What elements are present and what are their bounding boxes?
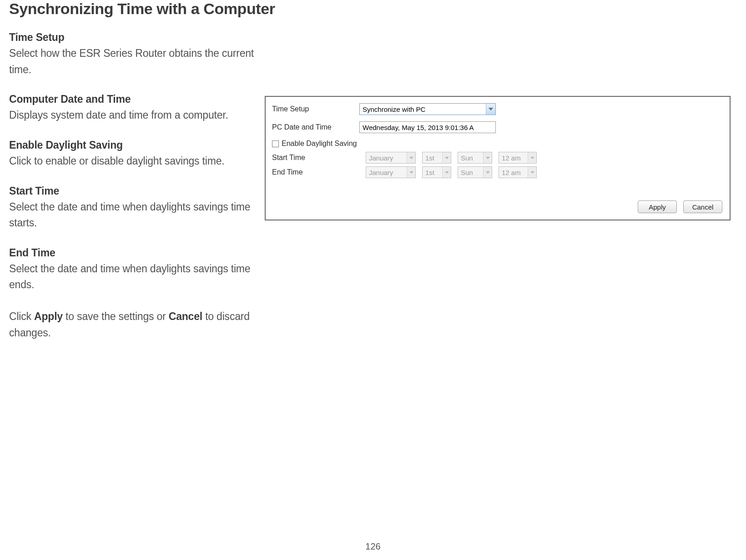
end-month-select[interactable]: January (366, 166, 416, 178)
chevron-down-icon (486, 104, 495, 115)
description-column: Time Setup Select how the ESR Series Rou… (9, 31, 264, 341)
label-start-time: Start Time (272, 154, 359, 162)
start-hour-select[interactable]: 12 am (499, 152, 537, 164)
settings-panel: Time Setup Synchronize with PC PC Date a… (265, 96, 731, 220)
row-end-time: End Time January 1st Sun 12 am (266, 165, 730, 180)
start-month-select[interactable]: January (366, 152, 416, 164)
footer-pre: Click (9, 310, 34, 322)
text-enable-ds: Click to enable or disable daylight savi… (9, 153, 264, 170)
heading-computer-date: Computer Date and Time (9, 93, 264, 105)
end-hour-value: 12 am (499, 169, 524, 176)
row-time-setup: Time Setup Synchronize with PC (266, 101, 730, 117)
cancel-button[interactable]: Cancel (683, 200, 722, 213)
row-enable-ds: Enable Daylight Saving (266, 135, 730, 150)
end-hour-select[interactable]: 12 am (499, 166, 537, 178)
start-day-value: Sun (458, 154, 476, 162)
label-end-time: End Time (272, 168, 359, 176)
pc-date-field[interactable]: Wednesday, May 15, 2013 9:01:36 A (359, 121, 496, 133)
footer-cancel: Cancel (169, 310, 202, 322)
chevron-down-icon (442, 152, 451, 163)
start-hour-value: 12 am (499, 154, 524, 162)
start-week-select[interactable]: 1st (422, 152, 451, 164)
pc-date-value: Wednesday, May 15, 2013 9:01:36 A (363, 124, 474, 131)
heading-end-time: End Time (9, 247, 264, 259)
end-week-select[interactable]: 1st (422, 166, 451, 178)
start-month-value: January (366, 154, 396, 162)
footer-mid: to save the settings or (63, 310, 169, 322)
footer-instruction: Click Apply to save the settings or Canc… (9, 309, 264, 341)
chevron-down-icon (442, 167, 451, 178)
label-time-setup: Time Setup (272, 105, 359, 113)
page-title: Synchronizing Time with a Computer (9, 0, 737, 18)
end-month-value: January (366, 169, 396, 176)
footer-apply: Apply (34, 310, 63, 322)
button-row: Apply Cancel (638, 200, 722, 213)
time-setup-select-value: Synchronize with PC (360, 105, 428, 113)
text-end-time: Select the date and time when daylights … (9, 261, 264, 293)
chevron-down-icon (407, 152, 415, 163)
start-week-value: 1st (423, 154, 437, 162)
heading-start-time: Start Time (9, 185, 264, 197)
text-time-setup: Select how the ESR Series Router obtains… (9, 45, 264, 78)
label-enable-ds: Enable Daylight Saving (282, 140, 357, 148)
chevron-down-icon (483, 152, 492, 163)
page-number: 126 (0, 541, 746, 552)
heading-time-setup: Time Setup (9, 31, 264, 44)
apply-button[interactable]: Apply (638, 200, 677, 213)
end-week-value: 1st (423, 169, 437, 176)
label-pc-date: PC Date and Time (272, 123, 359, 131)
end-day-value: Sun (458, 169, 476, 176)
end-day-select[interactable]: Sun (458, 166, 492, 178)
chevron-down-icon (528, 167, 536, 178)
enable-daylight-saving-checkbox[interactable] (272, 140, 279, 147)
heading-enable-ds: Enable Daylight Saving (9, 139, 264, 151)
chevron-down-icon (528, 152, 536, 163)
text-start-time: Select the date and time when daylights … (9, 199, 264, 231)
chevron-down-icon (407, 167, 415, 178)
row-pc-date: PC Date and Time Wednesday, May 15, 2013… (266, 120, 730, 135)
row-start-time: Start Time January 1st Sun 12 am (266, 150, 730, 165)
time-setup-select[interactable]: Synchronize with PC (359, 103, 496, 115)
chevron-down-icon (483, 167, 492, 178)
start-day-select[interactable]: Sun (458, 152, 492, 164)
text-computer-date: Displays system date and time from a com… (9, 107, 264, 124)
